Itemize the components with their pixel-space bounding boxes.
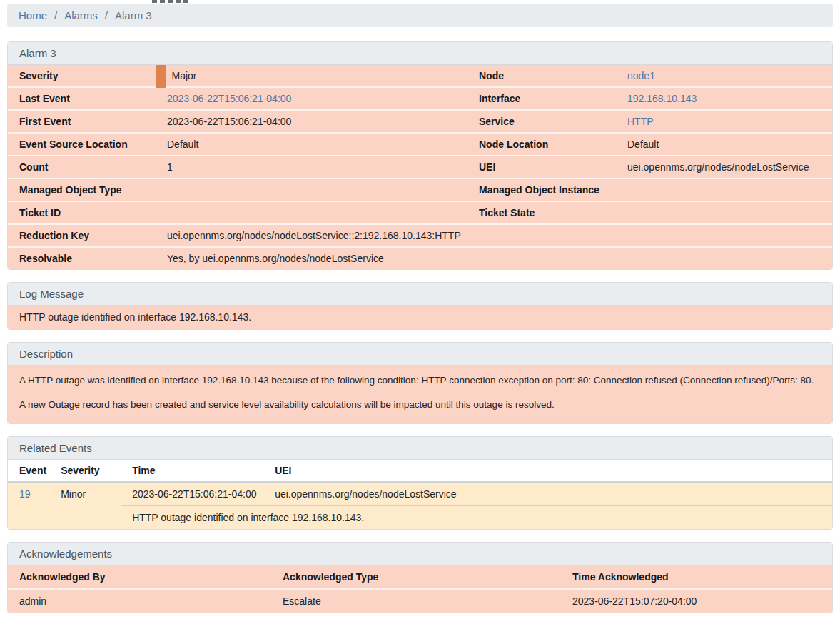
ticket-id-label: Ticket ID	[8, 201, 161, 224]
acknowledged-by-cell: admin	[8, 589, 271, 613]
table-row: Ticket ID Ticket State	[8, 201, 832, 224]
table-row: Resolvable Yes, by uei.opennms.org/nodes…	[8, 247, 832, 269]
table-header-row: Acknowledged By Acknowledged Type Time A…	[8, 565, 832, 589]
event-severity-cell: Minor	[49, 482, 121, 529]
description-body: A HTTP outage was identified on interfac…	[8, 366, 832, 423]
alarm-panel-title: Alarm 3	[8, 42, 832, 65]
table-row: Event Source Location Default Node Locat…	[8, 133, 832, 156]
breadcrumb-current: Alarm 3	[115, 9, 152, 21]
log-message-panel: Log Message HTTP outage identified on in…	[7, 282, 833, 330]
related-events-panel-title: Related Events	[8, 437, 832, 460]
ticket-id-value	[161, 201, 467, 224]
description-panel-title: Description	[8, 343, 832, 366]
count-value: 1	[161, 156, 467, 178]
reduction-key-value: uei.opennms.org/nodes/nodeLostService::2…	[161, 224, 832, 247]
breadcrumb-link-alarms[interactable]: Alarms	[64, 9, 98, 21]
severity-label: Severity	[8, 65, 161, 87]
column-header-event: Event	[8, 460, 49, 482]
severity-text: Major	[172, 70, 197, 81]
table-row: First Event 2023-06-22T15:06:21-04:00 Se…	[8, 110, 832, 133]
column-header-severity: Severity	[49, 460, 121, 482]
table-row: 19 Minor 2023-06-22T15:06:21-04:00 uei.o…	[8, 482, 832, 506]
related-events-table: Event Severity Time UEI 19 Minor 2023-06…	[8, 460, 832, 529]
event-id-cell: 19	[8, 482, 49, 529]
table-row: Severity Major Node node1	[8, 65, 832, 87]
node-link[interactable]: node1	[627, 70, 655, 81]
breadcrumb-link-home[interactable]: Home	[19, 9, 47, 21]
column-header-acknowledged-by: Acknowledged By	[8, 565, 271, 589]
table-header-row: Event Severity Time UEI	[8, 460, 832, 482]
alarm-detail-page: Home / Alarms / Alarm 3 Alarm 3 Severity…	[0, 0, 840, 624]
description-panel: Description A HTTP outage was identified…	[7, 342, 833, 424]
clipped-text-artifact	[152, 0, 191, 3]
table-row: Managed Object Type Managed Object Insta…	[8, 178, 832, 201]
severity-value: Major	[161, 65, 467, 87]
reduction-key-label: Reduction Key	[8, 224, 161, 247]
event-id-link[interactable]: 19	[19, 488, 31, 500]
alarm-detail-panel: Alarm 3 Severity Major Node node1 Last E…	[7, 41, 833, 270]
node-location-label: Node Location	[467, 133, 621, 156]
event-source-location-value: Default	[161, 133, 467, 156]
breadcrumb-separator: /	[105, 9, 108, 21]
acknowledgements-panel: Acknowledgements Acknowledged By Acknowl…	[7, 542, 833, 613]
event-log-message-cell: HTTP outage identified on interface 192.…	[121, 506, 832, 530]
uei-value: uei.opennms.org/nodes/nodeLostService	[621, 156, 832, 178]
acknowledged-type-cell: Escalate	[271, 589, 561, 613]
table-row: Reduction Key uei.opennms.org/nodes/node…	[8, 224, 832, 247]
managed-object-instance-label: Managed Object Instance	[467, 178, 621, 201]
acknowledgements-table: Acknowledged By Acknowledged Type Time A…	[8, 565, 832, 613]
interface-label: Interface	[467, 87, 621, 110]
first-event-value: 2023-06-22T15:06:21-04:00	[161, 110, 467, 133]
managed-object-type-value	[161, 178, 467, 201]
first-event-label: First Event	[8, 110, 161, 133]
column-header-acknowledged-type: Acknowledged Type	[271, 565, 561, 589]
service-value: HTTP	[621, 110, 832, 133]
column-header-uei: UEI	[263, 460, 832, 482]
column-header-time-acknowledged: Time Acknowledged	[561, 565, 832, 589]
interface-value: 192.168.10.143	[621, 87, 832, 110]
event-uei-cell: uei.opennms.org/nodes/nodeLostService	[263, 482, 832, 506]
description-paragraph: A new Outage record has been created and…	[19, 398, 821, 411]
last-event-value: 2023-06-22T15:06:21-04:00	[161, 87, 467, 110]
event-time-cell: 2023-06-22T15:06:21-04:00	[121, 482, 263, 506]
service-label: Service	[467, 110, 621, 133]
log-message-text: HTTP outage identified on interface 192.…	[8, 306, 832, 329]
managed-object-instance-value	[621, 178, 832, 201]
description-paragraph: A HTTP outage was identified on interfac…	[19, 374, 821, 386]
table-row: HTTP outage identified on interface 192.…	[8, 506, 832, 530]
table-row: Count 1 UEI uei.opennms.org/nodes/nodeLo…	[8, 156, 832, 178]
table-row: Last Event 2023-06-22T15:06:21-04:00 Int…	[8, 87, 832, 110]
resolvable-value: Yes, by uei.opennms.org/nodes/nodeLostSe…	[161, 247, 832, 269]
related-events-panel: Related Events Event Severity Time UEI 1…	[7, 436, 833, 530]
alarm-detail-table: Severity Major Node node1 Last Event 202…	[8, 65, 832, 269]
column-header-time: Time	[121, 460, 263, 482]
resolvable-label: Resolvable	[8, 247, 161, 269]
breadcrumb-separator: /	[54, 9, 57, 21]
uei-label: UEI	[467, 156, 621, 178]
service-link[interactable]: HTTP	[627, 116, 654, 127]
acknowledgements-panel-title: Acknowledgements	[8, 543, 832, 565]
node-label: Node	[467, 65, 621, 87]
table-row: admin Escalate 2023-06-22T15:07:20-04:00	[8, 589, 832, 613]
count-label: Count	[8, 156, 161, 178]
ticket-state-label: Ticket State	[467, 201, 621, 224]
log-message-panel-title: Log Message	[8, 283, 832, 306]
managed-object-type-label: Managed Object Type	[8, 178, 161, 201]
node-value: node1	[621, 65, 832, 87]
time-acknowledged-cell: 2023-06-22T15:07:20-04:00	[561, 589, 832, 613]
last-event-link[interactable]: 2023-06-22T15:06:21-04:00	[167, 93, 291, 104]
ticket-state-value	[621, 201, 832, 224]
last-event-label: Last Event	[8, 87, 161, 110]
event-source-location-label: Event Source Location	[8, 133, 161, 156]
node-location-value: Default	[621, 133, 832, 156]
breadcrumb: Home / Alarms / Alarm 3	[7, 4, 833, 27]
interface-link[interactable]: 192.168.10.143	[627, 93, 697, 104]
